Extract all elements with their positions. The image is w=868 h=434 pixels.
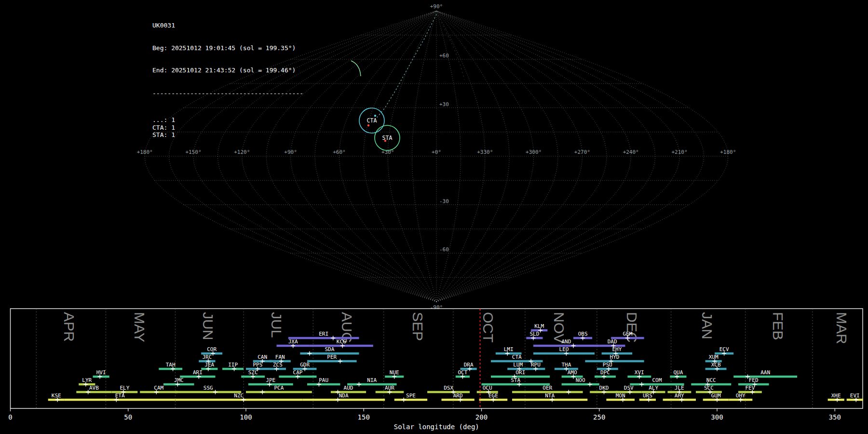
shower-code: SCC <box>704 385 714 391</box>
shower-XHE: XHE <box>828 393 844 402</box>
x-tick-label: 300 <box>711 413 723 421</box>
shower-AVB: AVB <box>76 385 111 394</box>
shower-code: SLD <box>529 331 539 337</box>
latitude-label: -60 <box>439 246 449 253</box>
shower-code: NZC <box>234 393 244 399</box>
shower-code: RPU <box>531 362 541 368</box>
month-label: APR <box>61 312 77 342</box>
x-tick-label: 0 <box>8 413 12 421</box>
shower-TAH: TAH <box>159 362 182 371</box>
shower-code: CAN <box>258 354 267 360</box>
month-label: OCT <box>480 312 496 342</box>
shower-code: COM <box>652 377 662 383</box>
latitude-label: -90° <box>430 304 443 311</box>
shower-code: DAD <box>608 339 617 345</box>
peak-marker <box>588 382 592 387</box>
shower-code: XCB <box>711 362 721 368</box>
session-begin: Beg: 20251012 19:01:45 (sol = 199.35°) <box>152 44 303 52</box>
shower-code: JLE <box>675 385 684 391</box>
shower-PER: PER <box>307 354 357 364</box>
shower-CAM: CAM <box>140 385 177 394</box>
month-label: JAN <box>699 312 715 339</box>
shower-code: STA <box>511 377 520 383</box>
shower-code: EGE <box>488 393 498 399</box>
meteor-trail-green <box>351 61 361 76</box>
shower-code: XHE <box>831 393 841 399</box>
shower-code: PSU <box>603 362 612 368</box>
shower-code: DKD <box>599 385 609 391</box>
shower-code: AVB <box>89 385 99 391</box>
shower-code: EHY <box>612 346 622 353</box>
shower-code: LEO <box>559 346 569 353</box>
x-tick-label: 200 <box>475 413 488 421</box>
shower-code: GDR <box>300 362 310 368</box>
shower-EGE: EGE <box>479 393 508 402</box>
shower-code: SZC <box>248 369 258 376</box>
shower-code: MON <box>616 393 625 399</box>
shower-code: CTA <box>512 354 522 360</box>
shower-code: SSG <box>203 385 213 391</box>
shower-code: ELY <box>120 385 129 391</box>
month-label: SEP <box>410 312 426 341</box>
month-label: MAR <box>834 312 850 344</box>
shower-code: DRA <box>464 362 474 368</box>
shower-ARD: ARD <box>442 393 475 402</box>
shower-code: LYR <box>82 377 92 383</box>
peak-marker <box>307 352 312 356</box>
shower-AHY: AHY <box>663 393 696 402</box>
peak-marker <box>338 359 342 364</box>
longitude-label: +180° <box>137 149 153 155</box>
shower-code: SPE <box>406 393 416 399</box>
shower-code: NOO <box>576 377 585 383</box>
shower-code: ERI <box>319 331 328 337</box>
shower-OCT: OCT <box>456 369 470 379</box>
x-tick-label: 150 <box>358 413 370 421</box>
meteor-trail-cyan <box>377 14 436 117</box>
peak-marker <box>213 390 217 394</box>
session-end: End: 20251012 21:43:52 (sol = 199.46°) <box>152 67 303 74</box>
shower-KSE: KSE <box>48 393 65 402</box>
shower-code: AUR <box>385 385 394 391</box>
shower-code: KLM <box>534 323 544 329</box>
radiant-dot <box>367 124 369 126</box>
shower-code: CAM <box>154 385 163 391</box>
shower-IIP: IIP <box>222 362 244 371</box>
radiant-label: CTA <box>367 117 377 124</box>
month-label: MAY <box>132 312 148 342</box>
shower-code: OBS <box>578 331 588 337</box>
shower-ZCS: ZCS <box>270 362 286 371</box>
shower-code: JXA <box>288 339 298 345</box>
meridian-line <box>315 11 436 302</box>
shower-code: DSV <box>624 385 634 391</box>
shower-DSX: DSX <box>427 385 470 394</box>
shower-RPU: RPU <box>526 362 545 371</box>
shower-code: NUE <box>390 369 399 376</box>
longitude-label: +300° <box>526 149 542 155</box>
shower-code: FEV <box>745 385 755 391</box>
shower-code: XVI <box>635 369 644 376</box>
shower-code: LUM <box>513 362 523 368</box>
shower-code: IIP <box>228 362 238 368</box>
meridian-line <box>436 11 655 302</box>
x-tick-label: 250 <box>593 413 605 421</box>
shower-code: SDA <box>325 346 334 353</box>
meridian-line <box>339 11 436 302</box>
month-label: FEB <box>770 312 786 340</box>
shower-AAN: AAN <box>733 369 797 379</box>
observation-info-panel: UK0031 Beg: 20251012 19:01:45 (sol = 199… <box>152 7 303 154</box>
shower-code: HYD <box>610 354 620 360</box>
longitude-label: +270° <box>574 149 590 155</box>
shower-code: AAN <box>760 369 770 376</box>
shower-code: ETA <box>115 393 125 399</box>
shower-SPE: SPE <box>394 393 427 402</box>
shower-code: ECV <box>719 346 729 353</box>
month-label: JUN <box>200 312 216 340</box>
shower-code: GEM <box>623 331 632 337</box>
shower-code: ARI <box>193 369 203 376</box>
shower-code: OHY <box>736 393 746 399</box>
meteor-trail-faint <box>438 15 464 80</box>
latitude-label: +60 <box>439 53 449 59</box>
shower-code: FED <box>749 377 759 383</box>
shower-MON: MON <box>606 393 635 402</box>
peak-marker <box>567 390 571 394</box>
